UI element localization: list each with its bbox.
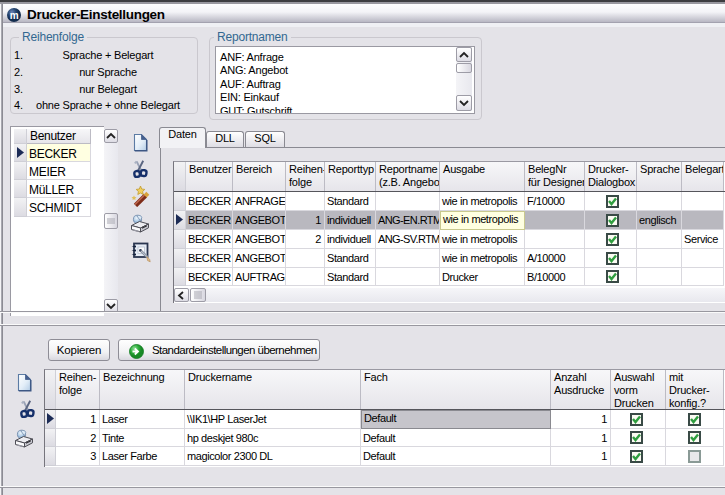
svg-text:m: m <box>10 10 19 21</box>
